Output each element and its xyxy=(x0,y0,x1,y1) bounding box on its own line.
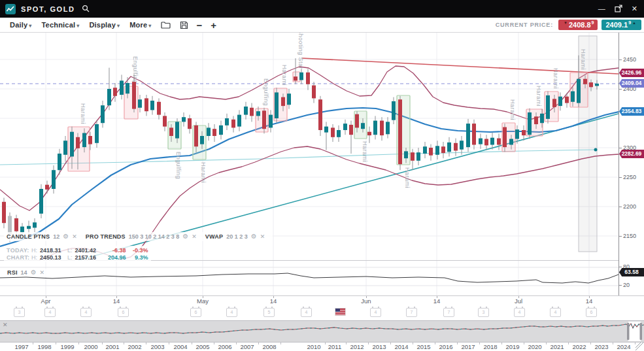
candle[interactable] xyxy=(132,82,136,109)
us-flag-icon[interactable] xyxy=(335,309,345,315)
candle[interactable] xyxy=(126,83,129,93)
candle[interactable] xyxy=(212,129,216,136)
candlestick-chart[interactable]: HaramiEngulfingEngulfingHaramiEngulfingH… xyxy=(0,33,619,260)
candle[interactable] xyxy=(552,99,556,107)
candle[interactable] xyxy=(101,105,105,123)
calendar-event-icon[interactable]: 4 xyxy=(370,308,381,317)
candle[interactable] xyxy=(522,130,526,135)
candle[interactable] xyxy=(231,120,235,128)
candle[interactable] xyxy=(503,127,507,148)
candle[interactable] xyxy=(219,125,223,135)
candle[interactable] xyxy=(188,118,192,129)
candle[interactable] xyxy=(225,118,229,125)
candle[interactable] xyxy=(45,185,49,190)
calendar-event-icon[interactable]: 7 xyxy=(406,308,417,317)
menu-technical[interactable]: Technical▾ xyxy=(42,21,80,29)
candle[interactable] xyxy=(380,121,384,136)
candle[interactable] xyxy=(150,101,154,110)
candle[interactable] xyxy=(416,152,420,161)
candle[interactable] xyxy=(528,112,532,135)
candle[interactable] xyxy=(540,114,544,123)
candle[interactable] xyxy=(269,115,273,128)
candle[interactable] xyxy=(144,98,148,111)
calendar-event-icon[interactable]: 3 xyxy=(478,308,489,317)
candle[interactable] xyxy=(404,151,408,158)
candle[interactable] xyxy=(429,148,433,156)
resize-grip[interactable] xyxy=(636,343,643,350)
search-icon[interactable] xyxy=(82,3,90,15)
candle[interactable] xyxy=(447,142,451,152)
candle[interactable] xyxy=(70,132,74,157)
calendar-event-icon[interactable]: 5 xyxy=(263,308,275,317)
candle[interactable] xyxy=(411,152,415,161)
candle[interactable] xyxy=(558,97,562,106)
candle[interactable] xyxy=(423,146,427,154)
gear-icon[interactable]: ⚙ xyxy=(63,233,69,240)
candle[interactable] xyxy=(546,95,550,119)
candle[interactable] xyxy=(534,116,538,124)
candle[interactable] xyxy=(95,124,99,143)
candle[interactable] xyxy=(392,101,396,120)
calendar-event-icon[interactable]: 3 xyxy=(14,308,25,317)
candle[interactable] xyxy=(175,122,179,138)
candle[interactable] xyxy=(479,139,483,144)
candle[interactable] xyxy=(441,146,445,153)
candle[interactable] xyxy=(63,141,67,155)
calendar-event-icon[interactable]: 6 xyxy=(118,308,129,317)
candle[interactable] xyxy=(250,108,254,116)
candle[interactable] xyxy=(275,92,279,118)
candle[interactable] xyxy=(349,125,353,135)
candle[interactable] xyxy=(244,107,248,115)
candle[interactable] xyxy=(200,136,204,144)
candle[interactable] xyxy=(509,139,513,145)
candle[interactable] xyxy=(398,99,402,164)
candle[interactable] xyxy=(27,226,31,229)
candle[interactable] xyxy=(39,189,43,214)
candle[interactable] xyxy=(138,99,142,108)
candle[interactable] xyxy=(58,154,61,170)
rsi-pane[interactable] xyxy=(0,260,619,295)
candle[interactable] xyxy=(324,127,328,133)
gear-icon[interactable]: ⚙ xyxy=(251,233,257,240)
candle[interactable] xyxy=(262,110,266,129)
candle[interactable] xyxy=(583,79,587,84)
zoom-out-button[interactable]: − xyxy=(197,20,203,30)
candle[interactable] xyxy=(490,138,494,145)
calendar-event-icon[interactable]: 4 xyxy=(80,308,92,317)
menu-more[interactable]: More▾ xyxy=(129,21,151,29)
timeline-navigator[interactable]: ✕ xyxy=(0,320,644,343)
calendar-event-icon[interactable]: 6 xyxy=(586,308,597,317)
candle[interactable] xyxy=(386,122,390,134)
candle[interactable] xyxy=(76,137,80,148)
close-button[interactable]: ✕ xyxy=(632,5,637,12)
candle[interactable] xyxy=(52,170,56,189)
candle[interactable] xyxy=(182,117,186,122)
calendar-event-icon[interactable]: 4 xyxy=(301,308,312,317)
candle[interactable] xyxy=(515,129,519,139)
candle[interactable] xyxy=(435,146,439,155)
candle[interactable] xyxy=(207,127,211,136)
candle[interactable] xyxy=(194,125,198,146)
candle[interactable] xyxy=(113,88,117,96)
menu-display[interactable]: Display▾ xyxy=(89,21,120,29)
close-icon[interactable]: ✕ xyxy=(72,234,77,240)
candle[interactable] xyxy=(33,222,37,227)
close-icon[interactable]: ✕ xyxy=(260,234,265,240)
candle[interactable] xyxy=(107,89,111,105)
timeline-close-icon[interactable]: ✕ xyxy=(3,322,8,328)
zoom-in-button[interactable]: + xyxy=(211,20,216,30)
candle[interactable] xyxy=(256,111,260,116)
candle[interactable] xyxy=(497,139,501,145)
candle[interactable] xyxy=(331,127,335,137)
candle[interactable] xyxy=(281,97,285,107)
candle[interactable] xyxy=(595,84,599,86)
popout-button[interactable] xyxy=(615,5,622,14)
candle[interactable] xyxy=(472,124,476,144)
candle[interactable] xyxy=(571,92,575,102)
candle[interactable] xyxy=(454,143,458,151)
candle[interactable] xyxy=(373,121,377,135)
candle[interactable] xyxy=(294,76,297,80)
candle[interactable] xyxy=(367,132,371,135)
candle[interactable] xyxy=(318,99,322,130)
calendar-event-icon[interactable]: 7 xyxy=(443,308,454,317)
